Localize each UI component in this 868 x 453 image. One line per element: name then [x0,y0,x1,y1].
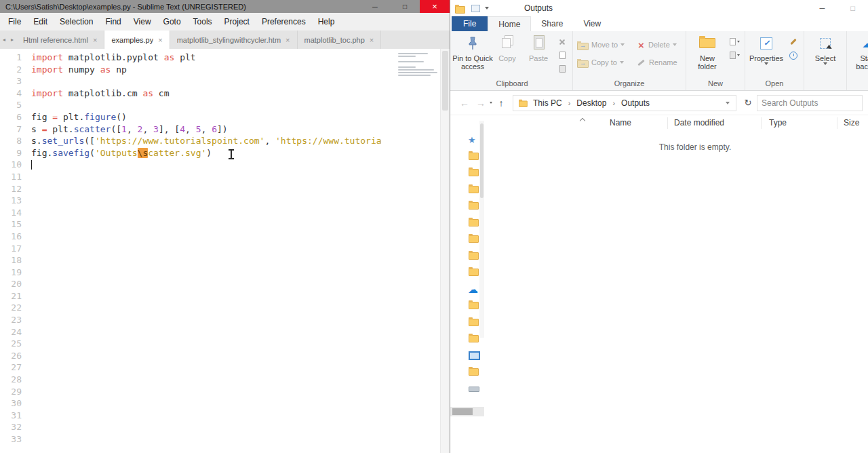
history-button[interactable] [787,50,800,60]
search-input[interactable] [757,95,863,111]
code-line[interactable] [31,254,450,267]
code-line[interactable] [31,386,450,398]
minimize-button[interactable] [807,4,837,12]
column-header-date-modified[interactable]: Date modified [674,118,724,127]
tab-view[interactable]: View [573,16,611,31]
start-backup-button[interactable]: Start backup [849,33,868,71]
code-area[interactable]: import matplotlib.pyplot as pltimport nu… [30,49,450,453]
folder-icon[interactable] [468,267,479,277]
code-line[interactable] [31,338,450,350]
code-line[interactable] [31,361,450,374]
move-to-button[interactable]: → Move to [575,37,635,52]
code-line[interactable]: fig.savefig('Outputs\scatter.svg') [31,147,450,159]
code-line[interactable] [31,326,450,338]
column-header-type[interactable]: Type [769,118,787,127]
code-line[interactable] [31,302,450,314]
navigation-pane-scrollbar[interactable] [479,121,484,338]
editor[interactable]: 1234567891011121314151617181920212223242… [0,49,450,453]
menu-selection[interactable]: Selection [54,13,99,31]
pin-to-quick-access-button[interactable]: Pin to Quick access [454,33,492,71]
navigation-pane-hscrollbar[interactable] [450,407,484,416]
code-line[interactable] [31,183,450,195]
scrollbar-thumb[interactable] [442,51,448,111]
menu-preferences[interactable]: Preferences [256,13,312,31]
code-line[interactable] [31,231,450,243]
code-line[interactable]: s = plt.scatter([1, 2, 3], [4, 5, 6]) [31,123,450,136]
code-line[interactable] [31,75,450,87]
tab-scroll-left-icon[interactable] [0,31,8,49]
new-folder-button[interactable]: New folder [688,33,726,71]
select-button[interactable]: Select [806,33,844,65]
menu-view[interactable]: View [127,13,157,31]
up-icon[interactable] [494,98,509,109]
folder-icon[interactable] [468,317,479,327]
tab-close-icon[interactable] [158,36,162,44]
easy-access-button[interactable] [728,50,741,60]
menu-help[interactable]: Help [312,13,341,31]
folder-icon[interactable] [468,250,479,260]
tab-file[interactable]: File [452,16,488,31]
column-header-name[interactable]: Name [610,118,631,127]
navigation-pane[interactable] [450,115,484,453]
tab-matplotlib-stylingwithcycler[interactable]: matplotlib_stylingwithcycler.htm [170,31,298,49]
folder-icon[interactable] [468,366,479,376]
folder-icon[interactable] [468,151,479,161]
menu-goto[interactable]: Goto [157,13,187,31]
code-line[interactable] [31,314,450,326]
folder-icon[interactable] [468,233,479,243]
copy-button[interactable]: Copy [492,33,523,62]
code-line[interactable] [31,99,450,111]
menu-find[interactable]: Find [99,13,127,31]
tab-share[interactable]: Share [531,16,573,31]
address-bar[interactable]: This PC Desktop Outputs [513,95,736,111]
code-line[interactable]: import matplotlib.pyplot as plt [31,52,450,64]
chevron-right-icon[interactable] [564,99,576,107]
address-dropdown-icon[interactable] [726,102,730,104]
code-line[interactable]: fig = plt.figure() [31,111,450,123]
code-line[interactable] [31,195,450,207]
folder-icon[interactable] [468,300,479,310]
menu-file[interactable]: File [2,13,27,31]
paste-shortcut-button[interactable] [555,64,569,74]
tab-close-icon[interactable] [285,36,290,44]
maximize-button[interactable] [390,0,420,13]
recent-locations-chevron-icon[interactable] [490,102,492,104]
maximize-button[interactable] [837,4,868,12]
paste-button[interactable]: Paste [523,33,554,62]
tab-close-icon[interactable] [93,36,97,44]
code-line[interactable] [31,159,450,171]
file-list-pane[interactable]: Name Date modified Type Size This folder… [484,115,868,453]
close-button[interactable] [420,0,450,13]
folder-icon[interactable] [468,184,479,194]
code-line[interactable] [31,350,450,362]
code-line[interactable] [31,171,450,183]
column-divider[interactable] [761,117,762,129]
copy-path-button[interactable] [555,50,569,60]
tab-home[interactable]: Home [488,16,531,31]
minimap[interactable] [397,49,440,453]
code-line[interactable] [31,218,450,231]
menu-tools[interactable]: Tools [187,13,218,31]
folder-icon[interactable] [468,167,479,177]
code-line[interactable] [31,397,450,410]
forward-icon[interactable] [473,98,488,109]
tab-close-icon[interactable] [370,36,374,44]
tab-matplotlib-toc[interactable]: matplotlib_toc.php [298,31,382,49]
code-line[interactable] [31,421,450,433]
code-line[interactable] [31,433,450,446]
code-line[interactable] [31,410,450,422]
scrollbar-thumb[interactable] [480,123,484,198]
editor-scrollbar[interactable] [440,49,450,453]
breadcrumb-this-pc[interactable]: This PC [532,98,564,108]
scrollbar-thumb[interactable] [452,408,473,415]
code-line[interactable]: import matplotlib.cm as cm [31,87,450,100]
folder-icon[interactable] [454,4,465,13]
folder-icon[interactable] [468,333,479,343]
code-line[interactable] [31,290,450,302]
menu-edit[interactable]: Edit [27,13,54,31]
code-line[interactable]: import numpy as np [31,64,450,76]
star-icon[interactable] [468,134,479,144]
code-line[interactable] [31,243,450,255]
tab-html-reference[interactable]: Html reference.html [16,31,104,49]
rename-button[interactable]: Rename [635,55,684,70]
